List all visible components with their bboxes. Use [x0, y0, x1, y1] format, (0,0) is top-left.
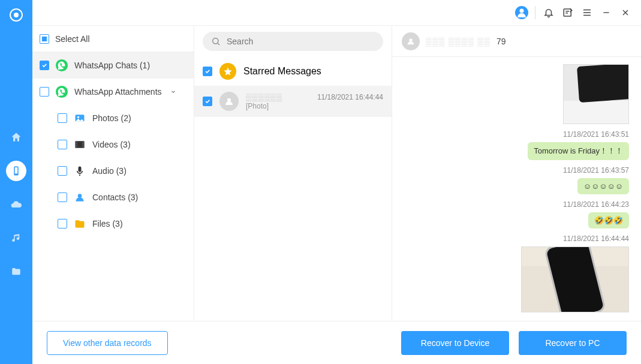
category-checkbox[interactable] [58, 113, 67, 123]
select-all-row[interactable]: Select All [32, 26, 194, 52]
window-close[interactable] [618, 5, 633, 20]
svg-point-15 [76, 144, 77, 145]
conversation-title-masked: ▒▒▒ ▒▒▒▒ ▒▒ [426, 37, 490, 46]
starred-checkbox[interactable] [203, 67, 212, 76]
select-all-label: Select All [55, 34, 90, 44]
svg-point-21 [78, 194, 82, 198]
svg-point-19 [83, 146, 83, 147]
message-image[interactable] [563, 64, 629, 124]
message-bubble: Tomorrow is Friday！！！ [528, 142, 629, 160]
category-checkbox[interactable] [58, 219, 67, 228]
subcategory-photos[interactable]: Photos (2) [32, 105, 194, 131]
category-whatsapp-chats[interactable]: WhatsApp Chats (1) [32, 52, 194, 79]
bell-icon[interactable] [541, 5, 556, 20]
nav-home[interactable] [6, 127, 26, 148]
nav-music[interactable] [6, 228, 26, 248]
app-logo-icon [6, 5, 26, 25]
subcategory-label: Contacts (3) [92, 192, 138, 202]
category-label: WhatsApp Chats (1) [74, 61, 150, 70]
menu-icon[interactable] [580, 5, 594, 20]
message-timestamp: 11/18/2021 16:44:23 [563, 200, 629, 209]
subcategory-videos[interactable]: Videos (3) [32, 131, 194, 158]
starred-label: Starred Messages [243, 66, 321, 77]
category-checkbox[interactable] [40, 61, 49, 70]
search-icon [211, 37, 221, 46]
message-timestamp: 11/18/2021 16:44:44 [563, 234, 629, 243]
recover-to-device-button[interactable]: Recover to Device [401, 331, 509, 355]
category-checkbox[interactable] [58, 140, 67, 149]
category-checkbox[interactable] [58, 166, 67, 176]
svg-point-22 [213, 38, 218, 44]
chat-list-item[interactable]: ▒▒▒▒▒▒ 11/18/2021 16:44:44 [Photo] [194, 86, 392, 117]
subcategory-label: Audio (3) [92, 166, 127, 176]
svg-point-23 [227, 98, 231, 102]
chat-timestamp: 11/18/2021 16:44:44 [317, 93, 383, 101]
contacts-icon [73, 191, 86, 204]
message-bubble: ☺☺☺☺☺ [577, 178, 629, 194]
subcategory-label: Photos (2) [92, 113, 131, 123]
chevron-down-icon [170, 89, 176, 95]
svg-point-17 [83, 142, 83, 143]
svg-point-5 [520, 9, 524, 13]
nav-folder[interactable] [6, 261, 26, 282]
nav-cloud[interactable] [6, 194, 26, 215]
category-checkbox[interactable] [40, 87, 49, 97]
subcategory-label: Files (3) [92, 219, 123, 228]
left-nav-rail [0, 0, 32, 364]
window-topbar [32, 0, 641, 25]
window-minimize[interactable] [599, 5, 613, 20]
subcategory-contacts[interactable]: Contacts (3) [32, 184, 194, 210]
svg-rect-3 [15, 167, 18, 174]
message-timestamp: 11/18/2021 16:43:51 [563, 130, 629, 139]
nav-device[interactable] [6, 161, 26, 181]
chat-subtitle: [Photo] [246, 102, 383, 110]
chat-avatar-icon [219, 92, 239, 111]
videos-icon [73, 138, 86, 151]
conversation-title-suffix: 79 [496, 37, 506, 46]
account-icon[interactable] [514, 5, 529, 20]
separator [535, 6, 535, 19]
select-all-checkbox[interactable] [40, 34, 49, 44]
whatsapp-icon [55, 85, 68, 98]
star-icon [219, 63, 236, 80]
message-timestamp: 11/18/2021 16:43:57 [563, 166, 629, 175]
svg-point-14 [76, 142, 77, 143]
audio-icon [73, 164, 86, 178]
svg-point-10 [77, 116, 79, 118]
svg-point-18 [83, 144, 83, 145]
subcategory-files[interactable]: Files (3) [32, 210, 194, 237]
svg-point-16 [76, 146, 77, 147]
category-tree: Select All WhatsApp Chats (1) [32, 26, 194, 321]
chat-name-masked: ▒▒▒▒▒▒ [246, 93, 282, 102]
message-image[interactable] [521, 246, 629, 312]
svg-point-24 [409, 38, 412, 41]
whatsapp-icon [55, 59, 68, 72]
footer-actions: View other data records Recover to Devic… [32, 321, 641, 364]
starred-messages-row[interactable]: Starred Messages [194, 57, 392, 86]
conversation-avatar-icon [402, 32, 420, 50]
view-other-records-button[interactable]: View other data records [47, 331, 168, 355]
category-label: WhatsApp Attachments [74, 87, 162, 97]
chat-checkbox[interactable] [203, 97, 212, 106]
search-input[interactable] [227, 37, 375, 46]
category-whatsapp-attachments[interactable]: WhatsApp Attachments [32, 79, 194, 105]
feedback-icon[interactable] [561, 5, 575, 20]
svg-point-1 [14, 13, 19, 17]
message-bubble: 🤣🤣🤣 [588, 212, 629, 228]
message-list: 11/18/2021 16:43:51 Tomorrow is Friday！！… [392, 57, 641, 321]
subcategory-label: Videos (3) [92, 140, 131, 149]
recover-to-pc-button[interactable]: Recover to PC [519, 331, 627, 355]
chat-list-panel: Starred Messages ▒▒▒▒▒▒ 11/18/2021 16:44… [194, 26, 392, 321]
conversation-panel: ▒▒▒ ▒▒▒▒ ▒▒ 79 11/18/2021 16:43:51 Tomor… [392, 26, 641, 321]
photos-icon [73, 112, 86, 125]
conversation-header: ▒▒▒ ▒▒▒▒ ▒▒ 79 [392, 26, 641, 57]
search-box[interactable] [203, 32, 383, 51]
subcategory-audio[interactable]: Audio (3) [32, 158, 194, 184]
files-icon [73, 217, 86, 230]
category-checkbox[interactable] [58, 192, 67, 202]
svg-rect-20 [79, 167, 82, 172]
